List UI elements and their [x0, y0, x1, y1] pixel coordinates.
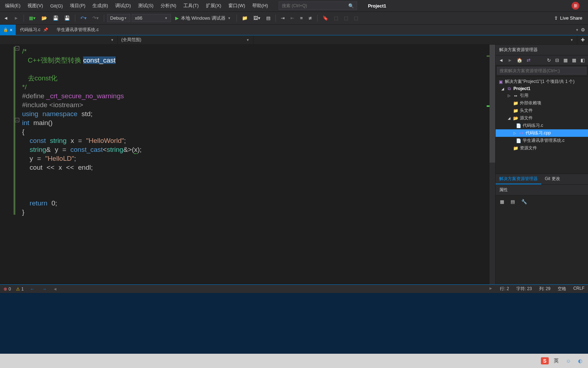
tab-overflow[interactable]: ▼: [576, 28, 579, 32]
vertical-scrollbar[interactable]: [490, 45, 495, 284]
config-dropdown[interactable]: Debug▼: [107, 14, 130, 22]
back-button[interactable]: ◄: [1, 14, 10, 22]
global-search[interactable]: 🔍: [279, 1, 357, 10]
menu-build[interactable]: 生成(B): [89, 0, 111, 11]
forward-button[interactable]: ►: [12, 14, 21, 22]
status-ending[interactable]: CRLF: [573, 286, 584, 292]
next-issue[interactable]: →: [41, 287, 48, 292]
fold-button[interactable]: −: [15, 118, 19, 122]
save-all-button[interactable]: 💾: [62, 14, 72, 22]
platform-dropdown[interactable]: x86▼: [132, 14, 171, 22]
search-input[interactable]: [282, 3, 348, 8]
tab-solution-explorer[interactable]: 解决方案资源管理器: [496, 174, 541, 184]
tool-icon-7[interactable]: ⬚: [342, 14, 350, 22]
tree-references[interactable]: ▷ ▪▪ 引用: [496, 92, 588, 99]
warning-count[interactable]: ⚠ 1: [16, 287, 24, 292]
menu-extensions[interactable]: 扩展(X): [202, 0, 225, 11]
tool-icon-8[interactable]: ⬚: [352, 14, 360, 22]
tab-settings-icon[interactable]: ⚙: [581, 27, 585, 33]
refresh-icon[interactable]: ↻: [546, 57, 552, 64]
status-char[interactable]: 字符: 23: [516, 286, 532, 292]
tree-resources[interactable]: 📁 资源文件: [496, 144, 588, 152]
prev-issue[interactable]: ←: [29, 287, 36, 292]
uncomment-button[interactable]: ≢: [306, 14, 314, 22]
menu-window[interactable]: 窗口(W): [225, 0, 249, 11]
nav-back-icon[interactable]: ◄: [498, 57, 505, 64]
tree-external[interactable]: 📁 外部依赖项: [496, 99, 588, 107]
status-indent[interactable]: 空格: [558, 286, 566, 292]
code-editor[interactable]: − − /* C++强制类型转换 const_cast 去const化 */ #…: [0, 45, 495, 284]
collapse-arrow-icon[interactable]: ▷: [513, 131, 517, 135]
collapse-icon[interactable]: ⊟: [554, 57, 560, 64]
menu-edit[interactable]: 编辑(E): [1, 0, 24, 11]
menu-tools[interactable]: 工具(T): [180, 0, 202, 11]
home-icon[interactable]: 🏠: [516, 57, 523, 64]
nav-scope-3[interactable]: ▼: [253, 35, 577, 44]
wrench-icon[interactable]: 🔧: [519, 198, 529, 206]
alpha-icon[interactable]: ▤: [508, 198, 517, 206]
start-debug-button[interactable]: ▶ 本地 Windows 调试器 ▼: [172, 14, 234, 23]
expand-arrow-icon[interactable]: ◢: [501, 87, 505, 91]
tab-file-2[interactable]: 学生通讯录管理系统.c: [52, 25, 103, 35]
tray-icon-2[interactable]: ◐: [576, 357, 584, 364]
tree-project[interactable]: ◢ ⧉ Project1: [496, 85, 588, 92]
warning-icon: ⚠: [16, 287, 20, 292]
categorize-icon[interactable]: ▦: [498, 198, 506, 206]
tree-sources[interactable]: ◢ 📂 源文件: [496, 114, 588, 122]
explorer-search[interactable]: [496, 65, 588, 76]
tool-icon-3[interactable]: ▤: [264, 14, 273, 22]
scroll-left[interactable]: ◄: [53, 287, 57, 292]
menu-analyze[interactable]: 分析(N): [157, 0, 180, 11]
tab-git-changes[interactable]: Git 更改: [541, 174, 564, 184]
tree-solution-root[interactable]: ▣ 解决方案"Project1"(1 个项目/共 1 个): [496, 78, 588, 85]
undo-button[interactable]: ↶▾: [78, 14, 89, 22]
new-button[interactable]: ▦▾: [27, 14, 38, 22]
tool-icon-5[interactable]: ⇤: [288, 14, 296, 22]
properties-icon[interactable]: ▦: [571, 57, 577, 64]
tool-icon-2[interactable]: 🖼▾: [251, 14, 263, 22]
expand-arrow-icon[interactable]: ◢: [507, 116, 511, 120]
nav-add-button[interactable]: ✚: [577, 35, 588, 44]
sync-icon[interactable]: ⇄: [526, 57, 532, 64]
nav-fwd-icon[interactable]: ►: [507, 57, 513, 64]
tree-file-c[interactable]: 📄 代码练习.c: [496, 122, 588, 129]
error-count[interactable]: ⊗ 0: [4, 287, 11, 292]
bookmark-button[interactable]: 🔖: [320, 14, 330, 22]
collapse-arrow-icon[interactable]: ▷: [507, 94, 511, 98]
tree-file-cpp[interactable]: ▷ ++ 代码练习.cpp: [496, 129, 588, 137]
redo-button[interactable]: ↷▾: [90, 14, 101, 22]
tray-icon-1[interactable]: ☺: [564, 357, 573, 364]
fold-button[interactable]: −: [15, 46, 19, 50]
nav-scope-2[interactable]: (全局范围)▼: [118, 35, 253, 44]
tree-file-c2[interactable]: 📄 学生通讯录管理系统.c: [496, 137, 588, 144]
tool-icon-1[interactable]: 📁: [240, 14, 250, 22]
tree-headers[interactable]: 📁 头文件: [496, 107, 588, 114]
open-button[interactable]: 📂: [39, 14, 49, 22]
nav-scope-1[interactable]: ▼: [0, 35, 118, 44]
menu-help[interactable]: 帮助(H): [249, 0, 272, 11]
ime-icon[interactable]: S: [541, 357, 548, 364]
status-col[interactable]: 列: 29: [539, 286, 551, 292]
live-share-button[interactable]: ⇪ Live Share: [550, 14, 587, 22]
scroll-right[interactable]: ►: [488, 286, 493, 292]
solution-tree[interactable]: ▣ 解决方案"Project1"(1 个项目/共 1 个) ◢ ⧉ Projec…: [496, 76, 588, 174]
status-line[interactable]: 行: 2: [500, 286, 509, 292]
tab-file-1[interactable]: 代码练习.c 📌: [16, 25, 52, 35]
tool-icon-6[interactable]: ⬚: [332, 14, 340, 22]
menu-project[interactable]: 项目(P): [66, 0, 89, 11]
menu-view[interactable]: 视图(V): [24, 0, 46, 11]
preview-icon[interactable]: ◧: [579, 57, 586, 64]
code-content[interactable]: /* C++强制类型转换 const_cast 去const化 */ #defi…: [20, 45, 490, 284]
tab-close-button[interactable]: ×: [10, 27, 12, 33]
tab-active-cpp[interactable]: 🔒 ×: [0, 25, 16, 35]
notification-badge[interactable]: 新: [572, 2, 579, 10]
tool-icon-4[interactable]: ⇥: [279, 14, 287, 22]
comment-button[interactable]: ≡: [298, 14, 305, 22]
save-button[interactable]: 💾: [51, 14, 61, 22]
show-all-icon[interactable]: ▦: [562, 57, 569, 64]
menu-test[interactable]: 测试(S): [135, 0, 157, 11]
ime-lang[interactable]: 英: [552, 357, 561, 365]
menu-git[interactable]: Git(G): [47, 1, 66, 11]
explorer-search-input[interactable]: [497, 67, 587, 75]
menu-debug[interactable]: 调试(D): [112, 0, 135, 11]
